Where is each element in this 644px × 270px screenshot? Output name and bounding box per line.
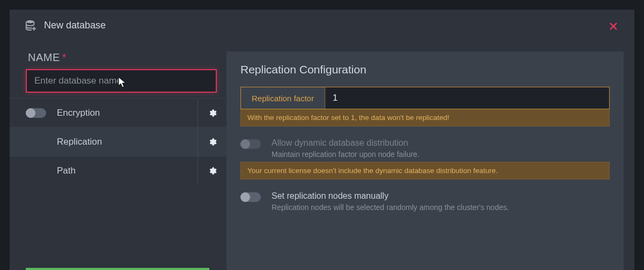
allow-dynamic-title: Allow dynamic database distribution bbox=[272, 138, 420, 148]
panel-title: Replication Configuration bbox=[240, 63, 610, 76]
replication-factor-row: Replication factor bbox=[240, 87, 610, 109]
name-input-wrap bbox=[26, 69, 217, 93]
create-button[interactable]: + Create bbox=[26, 268, 209, 270]
modal-title: New database bbox=[44, 20, 106, 31]
gear-icon bbox=[208, 109, 217, 117]
gear-icon bbox=[208, 138, 217, 146]
replication-factor-input[interactable] bbox=[325, 87, 609, 109]
path-settings-button[interactable] bbox=[197, 156, 226, 185]
replication-label: Replication bbox=[57, 137, 197, 147]
modal-header: New database bbox=[10, 10, 634, 42]
replication-settings-button[interactable] bbox=[197, 128, 226, 156]
modal-body: NAME* Encryption bbox=[10, 42, 634, 270]
replication-config-panel: Replication Configuration Replication fa… bbox=[226, 51, 624, 270]
manual-nodes-sub: Replication nodes will be selected rando… bbox=[272, 203, 509, 212]
database-add-icon bbox=[25, 19, 36, 31]
replication-factor-label: Replication factor bbox=[241, 87, 325, 109]
allow-dynamic-sub: Maintain replication factor upon node fa… bbox=[272, 150, 420, 159]
manual-nodes-toggle[interactable] bbox=[240, 192, 261, 202]
options-list: Encryption Replication Path bbox=[10, 98, 226, 185]
required-mark: * bbox=[62, 51, 67, 63]
new-database-modal: New database NAME* bbox=[10, 10, 634, 270]
name-label: NAME* bbox=[10, 51, 226, 69]
allow-dynamic-text: Allow dynamic database distribution Main… bbox=[272, 138, 420, 159]
option-row-encryption: Encryption bbox=[10, 98, 226, 127]
replication-factor-warning: With the replication factor set to 1, th… bbox=[240, 109, 610, 126]
left-panel: NAME* Encryption bbox=[10, 42, 226, 270]
encryption-label: Encryption bbox=[57, 108, 197, 118]
gear-icon bbox=[208, 167, 217, 175]
manual-nodes-text: Set replication nodes manually Replicati… bbox=[272, 191, 509, 212]
license-warning: Your current license doesn't include the… bbox=[240, 162, 610, 179]
svg-point-0 bbox=[26, 20, 34, 24]
encryption-toggle[interactable] bbox=[26, 108, 46, 118]
database-name-input[interactable] bbox=[34, 76, 208, 86]
close-icon[interactable] bbox=[609, 21, 618, 33]
option-row-replication[interactable]: Replication bbox=[10, 127, 226, 156]
name-label-text: NAME bbox=[28, 51, 60, 63]
allow-dynamic-toggle[interactable] bbox=[240, 139, 261, 149]
option-row-path[interactable]: Path bbox=[10, 156, 226, 185]
manual-nodes-row: Set replication nodes manually Replicati… bbox=[240, 191, 610, 212]
allow-dynamic-row: Allow dynamic database distribution Main… bbox=[240, 138, 610, 159]
path-label: Path bbox=[57, 166, 197, 176]
encryption-settings-button[interactable] bbox=[197, 99, 226, 128]
manual-nodes-title: Set replication nodes manually bbox=[272, 191, 509, 201]
